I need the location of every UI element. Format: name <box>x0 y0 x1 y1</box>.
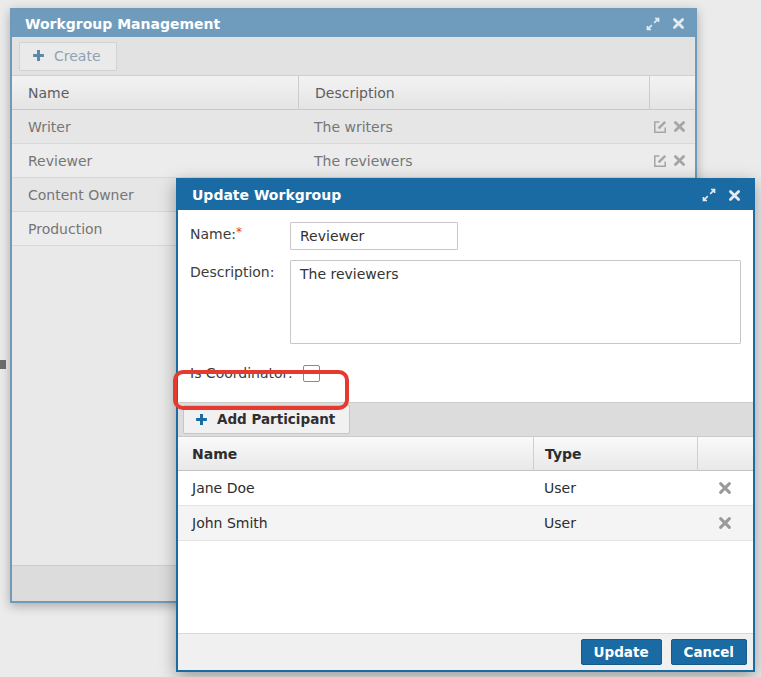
dialog-titlebar: Update Workgroup <box>178 180 753 210</box>
cancel-button[interactable]: Cancel <box>671 639 747 665</box>
is-coordinator-label: Is Coordinator: <box>190 365 293 381</box>
column-header-description[interactable]: Description <box>298 76 649 110</box>
name-input[interactable] <box>290 222 458 250</box>
participant-type: User <box>533 480 697 496</box>
plus-icon <box>195 413 208 426</box>
maximize-icon[interactable] <box>702 188 716 202</box>
description-textarea[interactable]: The reviewers <box>290 260 741 344</box>
workgroup-name: Writer <box>12 119 298 135</box>
edit-icon[interactable] <box>652 119 668 135</box>
close-icon[interactable] <box>672 17 685 30</box>
workgroup-name: Reviewer <box>12 153 298 169</box>
add-participant-button[interactable]: Add Participant <box>183 405 350 434</box>
maximize-icon[interactable] <box>646 17 660 31</box>
column-header-actions <box>649 76 695 110</box>
workgroup-window-titlebar: Workgroup Management <box>12 10 695 37</box>
close-icon[interactable] <box>728 189 741 202</box>
name-field-row: Name:* <box>190 222 741 250</box>
participant-row[interactable]: John Smith User <box>178 506 753 541</box>
plus-icon <box>32 49 45 62</box>
participants-table-header: Name Type <box>178 437 753 471</box>
table-row[interactable]: Writer The writers <box>12 110 695 144</box>
column-header-type[interactable]: Type <box>533 437 697 471</box>
delete-icon[interactable] <box>673 154 686 167</box>
remove-participant-icon[interactable] <box>718 481 732 495</box>
participants-toolbar: Add Participant <box>178 402 753 437</box>
dialog-form: Name:* Description: The reviewers Is Coo… <box>178 210 753 392</box>
update-workgroup-dialog: Update Workgroup Name:* Description: The… <box>176 178 755 672</box>
participant-name: Jane Doe <box>178 480 533 496</box>
delete-icon[interactable] <box>673 120 686 133</box>
remove-participant-icon[interactable] <box>718 516 732 530</box>
description-label: Description: <box>190 260 290 344</box>
name-label: Name:* <box>190 222 290 250</box>
coordinator-row: Is Coordinator: <box>190 354 741 392</box>
participants-empty-area <box>178 541 753 633</box>
participant-type: User <box>533 515 697 531</box>
workgroup-window-title: Workgroup Management <box>25 16 646 32</box>
workgroup-table-header: Name Description <box>12 76 695 110</box>
dialog-title: Update Workgroup <box>192 187 702 203</box>
desktop-background: Workgroup Management Create Name Descrip… <box>0 0 761 677</box>
edit-icon[interactable] <box>652 153 668 169</box>
required-asterisk: * <box>236 225 242 239</box>
create-button-label: Create <box>54 48 101 64</box>
update-button[interactable]: Update <box>581 639 662 665</box>
participant-row[interactable]: Jane Doe User <box>178 471 753 506</box>
workgroup-toolbar: Create <box>12 37 695 76</box>
column-header-actions <box>697 437 753 471</box>
add-participant-label: Add Participant <box>217 411 335 427</box>
dialog-footer: Update Cancel <box>178 633 753 670</box>
table-row[interactable]: Reviewer The reviewers <box>12 144 695 178</box>
create-button[interactable]: Create <box>19 42 117 71</box>
description-field-row: Description: The reviewers <box>190 260 741 344</box>
workgroup-description: The reviewers <box>298 153 649 169</box>
is-coordinator-checkbox[interactable] <box>303 365 320 382</box>
workgroup-description: The writers <box>298 119 649 135</box>
participant-name: John Smith <box>178 515 533 531</box>
background-panel-fragment <box>0 360 6 369</box>
column-header-name[interactable]: Name <box>12 85 298 101</box>
column-header-name[interactable]: Name <box>178 446 533 462</box>
